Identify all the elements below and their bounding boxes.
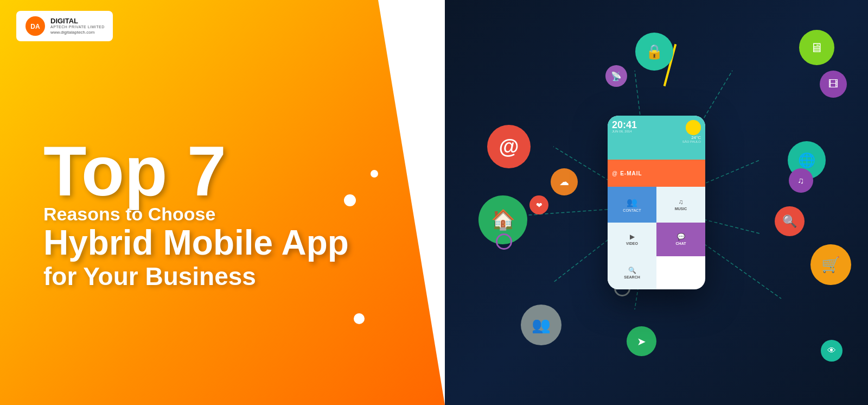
- phone-music-tile: ♫ MUSIC: [656, 187, 705, 223]
- phone-contacts-label: CONTACT: [623, 208, 641, 212]
- eye-icon: 👁: [821, 340, 843, 362]
- film-icon: 🎞: [820, 71, 847, 98]
- phone-search-label: SEARCH: [624, 275, 640, 279]
- weather-sun-icon: [686, 120, 701, 135]
- phone-contacts-tile: 👥 CONTACT: [608, 187, 656, 223]
- phone-chat-tile: 💬 CHAT: [656, 223, 705, 256]
- banner: DA DIGITAL APTECH PRIVATE LIMITED www.di…: [0, 0, 868, 405]
- phone-email-label: E-MAIL: [620, 170, 642, 176]
- phone-temp: 24°C: [682, 135, 701, 140]
- left-section: DA DIGITAL APTECH PRIVATE LIMITED www.di…: [0, 0, 445, 405]
- email-at-icon: @: [612, 170, 617, 176]
- brand-url: www.digitalaptech.com: [50, 30, 105, 35]
- phone-screen: 20:41 JUN 06, 2014 24°C SÃO PAULO @ E-MA…: [608, 116, 705, 289]
- at-email-icon: @: [487, 125, 531, 168]
- phone-header: 20:41 JUN 06, 2014 24°C SÃO PAULO: [608, 116, 705, 160]
- phone-mockup: 20:41 JUN 06, 2014 24°C SÃO PAULO @ E-MA…: [608, 116, 705, 289]
- decorative-dot-1: [344, 194, 356, 206]
- heading-business: for Your Business: [43, 262, 401, 291]
- rss-icon: 📡: [605, 65, 627, 87]
- basket-icon: 🛒: [810, 244, 851, 285]
- logo-icon: DA: [24, 15, 46, 37]
- video-icon: ▶: [630, 233, 635, 241]
- decorative-dot-3: [354, 313, 365, 324]
- right-section: .dash-line { stroke: #1abc9c; stroke-wid…: [445, 0, 868, 405]
- phone-time: 20:41: [612, 120, 637, 130]
- logo-text: DIGITAL APTECH PRIVATE LIMITED www.digit…: [50, 17, 105, 35]
- chat-icon: 💬: [677, 233, 685, 241]
- small-dot-decoration-1: [496, 233, 512, 250]
- svg-text:DA: DA: [30, 23, 40, 30]
- phone-chat-label: CHAT: [676, 242, 686, 245]
- monitor-icon: 🖥: [799, 30, 834, 65]
- heading-hybrid: Hybrid Mobile App: [43, 225, 401, 261]
- logo-area: DA DIGITAL APTECH PRIVATE LIMITED www.di…: [16, 11, 113, 41]
- search-float-icon: 🔍: [775, 206, 805, 236]
- phone-city: SÃO PAULO: [682, 140, 701, 143]
- phone-search-tile: 🔍 SEARCH: [608, 256, 656, 289]
- phone-email-tile: @ E-MAIL: [608, 160, 705, 186]
- heading-reasons: Reasons to Choose: [43, 204, 401, 225]
- phone-video-tile: ▶ VIDEO: [608, 223, 656, 256]
- music-icon: ♫: [679, 198, 684, 206]
- cloud-icon: ☁: [551, 168, 578, 195]
- phone-music-label: MUSIC: [675, 207, 687, 211]
- brand-name: DIGITAL: [50, 17, 105, 25]
- cursor-icon: ➤: [627, 326, 656, 356]
- music-note-icon: ♫: [789, 168, 813, 193]
- brand-sub: APTECH PRIVATE LIMITED: [50, 25, 105, 29]
- users-icon: 👥: [521, 305, 561, 345]
- phone-video-label: VIDEO: [626, 242, 638, 245]
- lock-icon: 🔒: [635, 33, 673, 71]
- contacts-icon: 👥: [627, 197, 637, 207]
- heart-icon: ❤: [529, 195, 548, 214]
- search-icon: 🔍: [628, 267, 636, 274]
